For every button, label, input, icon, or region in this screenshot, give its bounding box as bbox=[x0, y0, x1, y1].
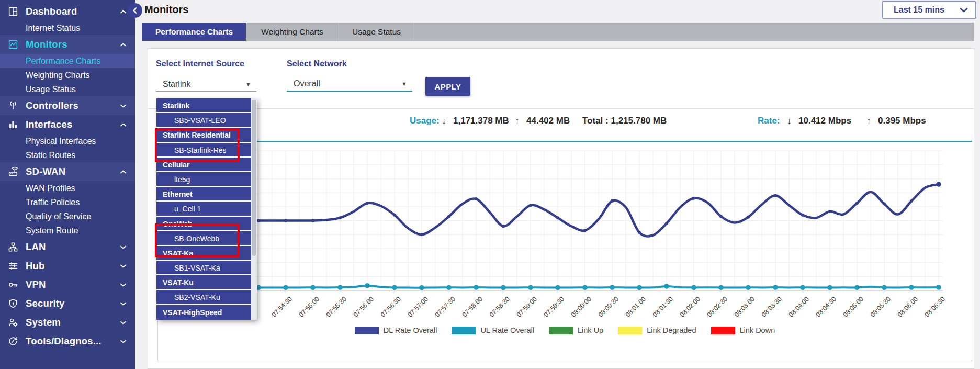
legend-item-dl-rate-overall[interactable]: DL Rate Overall bbox=[355, 326, 437, 334]
sidebar-item-label: Physical Interfaces bbox=[26, 137, 135, 146]
source-menu-group[interactable]: OneWeb bbox=[156, 217, 251, 231]
legend-swatch bbox=[355, 327, 379, 334]
sidebar-item-physical-interfaces[interactable]: Physical Interfaces bbox=[0, 134, 135, 148]
sidebar-collapse-button[interactable] bbox=[128, 3, 142, 18]
chevron-up-icon bbox=[119, 169, 128, 175]
sidebar-item-label: Hub bbox=[26, 260, 119, 272]
source-menu-group[interactable]: Starlink Residential bbox=[156, 128, 251, 142]
sidebar-item-label: WAN Profiles bbox=[26, 184, 135, 193]
sidebar-item-lan[interactable]: LAN bbox=[0, 238, 135, 256]
x-axis-label: 08:02:30 bbox=[706, 295, 729, 318]
x-axis-label: 07:55:00 bbox=[298, 295, 321, 318]
legend-swatch bbox=[618, 327, 642, 334]
sidebar-item-controllers[interactable]: Controllers bbox=[0, 96, 135, 115]
legend-swatch bbox=[452, 327, 476, 334]
legend-label: UL Rate Overall bbox=[480, 326, 534, 334]
sidebar-item-monitors[interactable]: Monitors bbox=[0, 35, 135, 54]
lan-icon bbox=[6, 241, 20, 253]
sidebar-item-weighting-charts[interactable]: Weighting Charts bbox=[0, 68, 135, 82]
source-menu-option[interactable]: SB-OneWebb bbox=[156, 231, 251, 246]
sidebar-item-label: Quality of Service bbox=[26, 212, 135, 221]
x-axis-label: 08:01:00 bbox=[624, 295, 647, 318]
source-menu-group[interactable]: VSAT-Ku bbox=[156, 275, 251, 290]
sidebar-item-interfaces[interactable]: Interfaces bbox=[0, 115, 135, 134]
chevron-down-icon bbox=[119, 339, 128, 344]
sidebar-item-label: Static Routes bbox=[26, 151, 135, 160]
source-menu-option[interactable]: SB2-VSAT-Ku bbox=[156, 290, 251, 305]
performance-chart: 07:54:3007:55:0007:55:3007:56:0007:56:30… bbox=[158, 142, 972, 325]
source-select[interactable]: Starlink ▼ bbox=[156, 77, 256, 92]
legend-item-ul-rate-overall[interactable]: UL Rate Overall bbox=[452, 326, 534, 334]
time-range-value: Last 15 mins bbox=[894, 5, 944, 15]
source-menu-option[interactable]: u_Cell 1 bbox=[156, 202, 251, 216]
source-menu-option[interactable]: lte5g bbox=[156, 172, 251, 187]
tab-usage-status[interactable]: Usage Status bbox=[339, 23, 414, 41]
sidebar-item-label: Usage Status bbox=[26, 85, 135, 94]
sidebar-item-internet-status[interactable]: Internet Status bbox=[0, 21, 135, 35]
sidebar-item-performance-charts[interactable]: Performance Charts bbox=[0, 54, 135, 68]
network-select[interactable]: Overall ▼ bbox=[287, 77, 412, 92]
sidebar-item-tools-diagnos[interactable]: Tools/Diagnos... bbox=[0, 332, 135, 351]
legend-item-link-up[interactable]: Link Up bbox=[549, 326, 603, 334]
legend-label: Link Down bbox=[740, 326, 775, 334]
sidebar-item-traffic-policies[interactable]: Traffic Policies bbox=[0, 195, 135, 209]
sidebar-item-wan-profiles[interactable]: WAN Profiles bbox=[0, 181, 135, 195]
sidebar-item-label: Performance Charts bbox=[26, 57, 135, 66]
source-menu-option[interactable]: SB-Starlink-Res bbox=[156, 143, 251, 158]
sdwan-icon bbox=[6, 165, 20, 178]
system-icon bbox=[6, 316, 20, 329]
x-axis-label: 07:58:30 bbox=[488, 295, 511, 318]
sidebar-item-quality-of-service[interactable]: Quality of Service bbox=[0, 209, 135, 223]
chevron-down-icon bbox=[960, 7, 968, 13]
chevron-down-icon bbox=[119, 103, 128, 109]
sidebar-item-system[interactable]: System bbox=[0, 313, 135, 332]
source-menu-option[interactable]: SB1-VSAT-Ka bbox=[156, 261, 251, 275]
hub-icon bbox=[6, 260, 20, 272]
source-dropdown-menu: StarlinkSB5-VSAT-LEOStarlink Residential… bbox=[156, 98, 257, 320]
dropdown-scrollbar[interactable] bbox=[251, 98, 257, 320]
sidebar-item-system-route[interactable]: System Route bbox=[0, 223, 135, 238]
legend-item-link-degraded[interactable]: Link Degraded bbox=[618, 326, 696, 334]
sidebar-item-sd-wan[interactable]: SD-WAN bbox=[0, 162, 135, 181]
sidebar-item-label: System bbox=[26, 317, 119, 328]
usage-download-value: 1,171.378 MB bbox=[453, 116, 509, 126]
sidebar: DashboardInternet StatusMonitorsPerforma… bbox=[0, 0, 135, 369]
x-axis-label: 08:00:00 bbox=[570, 295, 593, 318]
x-axis-label: 07:59:30 bbox=[543, 295, 566, 318]
x-axis-label: 07:56:30 bbox=[379, 295, 402, 318]
source-select-value: Starlink bbox=[163, 80, 190, 89]
source-select-label: Select Internet Source bbox=[156, 59, 244, 69]
source-menu-group[interactable]: VSAT-HighSpeed bbox=[156, 305, 251, 320]
legend-label: Link Up bbox=[578, 326, 603, 334]
vpn-icon bbox=[6, 278, 20, 291]
source-menu-group[interactable]: Cellular bbox=[156, 158, 251, 172]
performance-chart-card: 07:54:3007:55:0007:55:3007:56:0007:56:30… bbox=[157, 141, 972, 361]
sidebar-item-static-routes[interactable]: Static Routes bbox=[0, 148, 135, 162]
sidebar-item-label: Security bbox=[26, 298, 119, 309]
sidebar-item-label: Controllers bbox=[26, 100, 119, 111]
source-menu-option[interactable]: SB5-VSAT-LEO bbox=[156, 113, 251, 128]
sidebar-item-vpn[interactable]: VPN bbox=[0, 275, 135, 294]
legend-item-link-down[interactable]: Link Down bbox=[711, 326, 775, 334]
source-menu-group[interactable]: VSAT-Ka bbox=[156, 246, 251, 261]
tab-weighting-charts[interactable]: Weighting Charts bbox=[246, 23, 339, 41]
chart-legend: DL Rate OverallUL Rate OverallLink UpLin… bbox=[158, 326, 972, 334]
x-axis-label: 08:06:30 bbox=[923, 295, 947, 318]
chevron-left-icon bbox=[131, 6, 139, 15]
usage-label: Usage: bbox=[410, 116, 440, 126]
source-menu-group[interactable]: Starlink bbox=[156, 98, 251, 113]
sidebar-item-security[interactable]: Security bbox=[0, 294, 135, 313]
rate-download-value: 10.412 Mbps bbox=[798, 116, 851, 126]
sidebar-item-usage-status[interactable]: Usage Status bbox=[0, 82, 135, 96]
x-axis-label: 07:54:30 bbox=[271, 295, 294, 318]
download-arrow-icon: ↓ bbox=[787, 116, 792, 127]
tab-performance-charts[interactable]: Performance Charts bbox=[142, 23, 246, 41]
sidebar-item-dashboard[interactable]: Dashboard bbox=[0, 2, 135, 21]
x-axis-label: 08:04:30 bbox=[815, 295, 838, 318]
time-range-select[interactable]: Last 15 mins bbox=[882, 1, 976, 19]
source-menu-group[interactable]: Ethernet bbox=[156, 187, 251, 202]
sidebar-item-hub[interactable]: Hub bbox=[0, 256, 135, 275]
scrollbar-thumb[interactable] bbox=[252, 100, 256, 256]
apply-button[interactable]: APPLY bbox=[425, 77, 470, 96]
tab-strip: Performance ChartsWeighting ChartsUsage … bbox=[142, 23, 974, 41]
